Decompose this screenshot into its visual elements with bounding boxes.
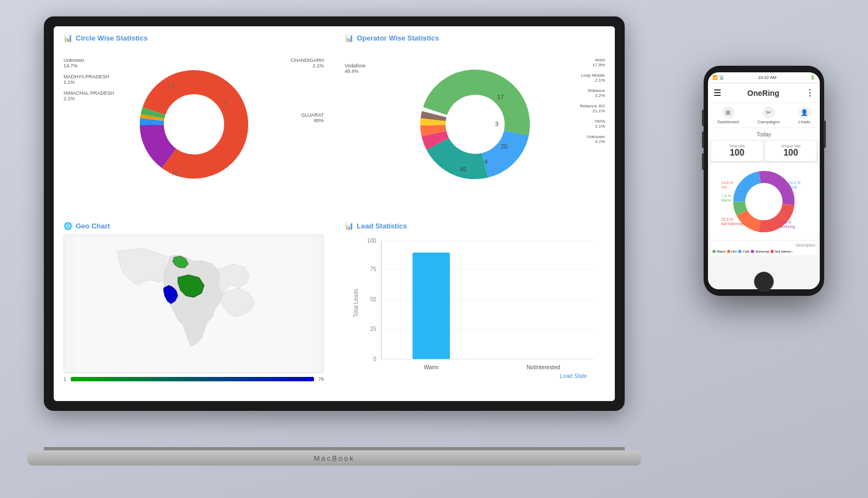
- panel-operator-wise-title: 📊 Operator Wise Statistics: [345, 34, 605, 42]
- not-interest-label: Not Interes...: [775, 250, 793, 253]
- panel-geo-title: 🌐 Geo Chart: [64, 222, 324, 230]
- unique-hits-value: 100: [768, 148, 813, 158]
- svg-text:Lead State: Lead State: [560, 373, 587, 379]
- svg-text:4: 4: [484, 158, 487, 164]
- label-reliance-jio: Reliance JIO21.1%: [580, 104, 605, 113]
- svg-text:50: 50: [370, 296, 376, 302]
- legend-item-cold: Cold: [738, 250, 749, 253]
- legend-description-label: Description: [712, 243, 815, 247]
- svg-text:25.9 %: 25.9 %: [721, 217, 733, 221]
- phone-header: ☰ OneRing ⋮: [708, 83, 820, 103]
- total-hits-value: 100: [715, 148, 760, 158]
- panel-geo-chart: 🌐 Geo Chart: [54, 214, 334, 401]
- phone-power-button[interactable]: [824, 121, 826, 148]
- panel-lead-title: 📊 Lead Statistics: [345, 222, 605, 230]
- panel-circle-wise: 📊 Circle Wise Statistics Unknown14.7% MA…: [54, 26, 334, 213]
- laptop: 📊 Circle Wise Statistics Unknown14.7% MA…: [44, 16, 647, 466]
- cold-label: Cold: [743, 250, 749, 253]
- svg-text:Cold: Cold: [789, 185, 797, 189]
- phone-silent-button[interactable]: [702, 110, 704, 126]
- laptop-screen-outer: 📊 Circle Wise Statistics Unknown14.7% MA…: [44, 16, 625, 411]
- phone-nav-campaigns[interactable]: ✂ Campaigns: [757, 106, 779, 124]
- panel-circle-wise-title: 📊 Circle Wise Statistics: [64, 34, 324, 42]
- phone-donut-area: 22.2 % Cold 14.8 % Hot 7.4 % Warm 25.9 %…: [710, 163, 818, 240]
- svg-text:2: 2: [224, 99, 227, 106]
- nurturing-dot: [751, 250, 754, 253]
- phone-donut-svg: 22.2 % Cold 14.8 % Hot 7.4 % Warm 25.9 %…: [720, 163, 808, 240]
- label-airtel: Airtel17.9%: [580, 58, 605, 67]
- legend-item-nurturing: Nurturing: [751, 250, 769, 253]
- phone-nav-campaigns-label: Campaigns: [757, 119, 779, 124]
- label-loop: Loop Mobile2.1%: [580, 73, 605, 83]
- phone-home-button[interactable]: [754, 272, 774, 291]
- phone-legend: Description Warm Hot Cold: [710, 241, 818, 255]
- svg-text:29.6 %: 29.6 %: [779, 220, 791, 224]
- phone-nav-dashboard[interactable]: ⊞ Dashboard: [717, 106, 739, 124]
- svg-point-45: [749, 186, 779, 217]
- cold-dot: [738, 250, 741, 253]
- geo-legend-max: 76: [318, 376, 324, 382]
- svg-text:NotInterested: NotInterested: [527, 364, 561, 370]
- warm-label: Warm: [717, 250, 726, 253]
- hamburger-icon[interactable]: ☰: [713, 88, 721, 98]
- laptop-screen: 📊 Circle Wise Statistics Unknown14.7% MA…: [54, 26, 615, 401]
- label-vodafone: Vodafone48.4%: [345, 63, 366, 74]
- phone-unique-hits-card: Unique Hits 100: [765, 141, 816, 161]
- geo-legend: 1 76: [64, 376, 324, 382]
- label-reliance: Reliance3.2%: [580, 88, 605, 98]
- svg-point-5: [167, 97, 221, 151]
- svg-text:Not Interested: Not Interested: [721, 222, 745, 226]
- svg-text:75: 75: [370, 266, 376, 272]
- phone-nav-dashboard-label: Dashboard: [717, 119, 739, 124]
- svg-text:45: 45: [459, 165, 466, 172]
- phone-time: 10:32 AM: [758, 75, 776, 80]
- circle-wise-donut-svg: 76 14 2: [134, 64, 254, 185]
- legend-item-warm: Warm: [712, 250, 726, 253]
- phone-nav-leads[interactable]: 👤 Leads: [798, 106, 810, 124]
- svg-text:3: 3: [495, 121, 498, 127]
- svg-text:0: 0: [373, 356, 376, 362]
- legend-item-hot: Hot: [727, 250, 736, 253]
- nurturing-label: Nurturing: [755, 250, 769, 253]
- svg-text:14.8 %: 14.8 %: [721, 181, 733, 185]
- svg-text:Total Leads: Total Leads: [353, 289, 359, 317]
- panel-lead-statistics: 📊 Lead Statistics 0 25: [335, 214, 615, 401]
- panel-operator-wise: 📊 Operator Wise Statistics Vodafone48.4%: [335, 26, 615, 213]
- svg-rect-36: [413, 253, 450, 359]
- phone-vol-down-button[interactable]: [702, 153, 704, 170]
- svg-text:Warm: Warm: [424, 364, 438, 370]
- unique-hits-label: Unique Hits: [768, 144, 813, 148]
- phone-status-bar: 📶 📡 10:32 AM 🔋: [708, 72, 820, 83]
- label-hp: HIMACHAL PRADESH2.1%: [64, 90, 114, 101]
- geo-color-bar: [71, 377, 314, 381]
- scene: 📊 Circle Wise Statistics Unknown14.7% MA…: [0, 0, 868, 498]
- geo-legend-min: 1: [64, 376, 66, 382]
- phone-today-label: Today: [708, 128, 820, 140]
- laptop-brand: MacBook: [313, 454, 355, 462]
- phone-battery: 🔋: [810, 75, 815, 80]
- svg-text:76: 76: [171, 170, 178, 176]
- phone-hits-row: Total Hits 100 Unique Hits 100: [708, 141, 820, 161]
- more-icon[interactable]: ⋮: [806, 88, 814, 98]
- phone-app-title: OneRing: [747, 89, 779, 98]
- phone-content: Today Total Hits 100 Unique Hits 100: [708, 128, 820, 289]
- legend-item-not-interest: Not Interes...: [770, 250, 793, 253]
- phone: 📶 📡 10:32 AM 🔋 ☰ OneRing ⋮ ⊞ Dashboard ✂…: [704, 66, 824, 296]
- svg-text:100: 100: [367, 238, 376, 244]
- circle-left-labels: Unknown14.7% MADHYA PRADESH1.1% HIMACHAL…: [64, 58, 114, 107]
- operator-wise-chart: Vodafone48.4%: [345, 47, 605, 202]
- dashboard-icon: ⊞: [722, 106, 734, 118]
- phone-vol-up-button[interactable]: [702, 131, 704, 148]
- campaigns-icon: ✂: [763, 106, 775, 118]
- leads-icon: 👤: [798, 106, 810, 118]
- bar-chart-icon-2: 📊: [345, 34, 353, 42]
- phone-total-hits-card: Total Hits 100: [711, 141, 763, 161]
- svg-text:Hot: Hot: [721, 185, 727, 189]
- circle-wise-chart: Unknown14.7% MADHYA PRADESH1.1% HIMACHAL…: [64, 47, 324, 202]
- label-unknown: Unknown14.7%: [64, 58, 114, 68]
- bar-chart-icon: 📊: [64, 34, 72, 42]
- lead-bar-chart: 0 25 50 75 100 Total Leads: [345, 234, 605, 384]
- svg-text:22.2 %: 22.2 %: [789, 181, 801, 185]
- hot-dot: [727, 250, 730, 253]
- bar-chart-icon-3: 📊: [345, 222, 353, 230]
